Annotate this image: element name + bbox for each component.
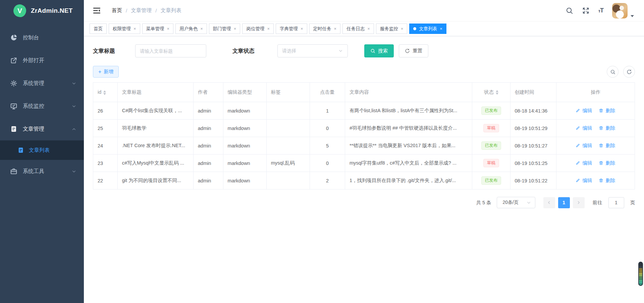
tab-item[interactable]: 任务日志×: [342, 24, 374, 34]
breadcrumb-item[interactable]: 首页: [112, 7, 122, 14]
column-header-status[interactable]: 状态: [472, 83, 510, 102]
page-size-select[interactable]: 20条/页: [497, 197, 535, 208]
cell-tags: mysql,乱码: [266, 155, 310, 172]
fullscreen-icon[interactable]: [582, 7, 590, 14]
tab-item[interactable]: 岗位管理×: [242, 24, 274, 34]
cell-status: 草稿: [472, 155, 510, 172]
close-icon[interactable]: ×: [440, 27, 442, 31]
close-icon[interactable]: ×: [367, 27, 370, 31]
font-size-icon[interactable]: тT: [598, 7, 603, 14]
table-header-row: id文章标题作者编辑器类型标签点击量文章内容状态创建时间操作: [93, 83, 635, 102]
close-icon[interactable]: ×: [234, 27, 236, 31]
edit-label: 编辑: [582, 160, 592, 166]
edit-link[interactable]: 编辑: [576, 160, 592, 166]
article-status-select[interactable]: 请选择: [277, 44, 348, 57]
prev-page-button[interactable]: [543, 197, 555, 208]
caret-up-icon[interactable]: [496, 90, 498, 92]
edit-icon: [576, 143, 581, 148]
table-body: 26C#两个list集合实现关联，...adminmarkdown1有两个lis…: [93, 102, 635, 189]
sidebar-item-label: 系统管理: [23, 80, 71, 87]
page-1-button[interactable]: 1: [558, 197, 570, 208]
close-icon[interactable]: ×: [267, 27, 270, 31]
sidebar-item-system-monitor[interactable]: 系统监控: [0, 95, 84, 118]
status-badge: 草稿: [483, 124, 499, 132]
search-button[interactable]: 搜索: [364, 44, 394, 57]
close-icon[interactable]: ×: [401, 27, 404, 31]
close-icon[interactable]: ×: [133, 27, 136, 31]
cell-content: 1，找到项目所在目录下的 .git/文件夹，进入.git/...: [345, 172, 472, 189]
edit-label: 编辑: [582, 177, 592, 184]
gear-icon: [10, 80, 17, 87]
user-avatar[interactable]: [612, 3, 628, 18]
caret-up-icon[interactable]: [103, 90, 106, 92]
sidebar-item-article-list[interactable]: 文章列表: [0, 140, 84, 160]
tab-item[interactable]: 定时任务×: [309, 24, 341, 34]
cell-id: 24: [93, 137, 118, 155]
table-row: 23c#写入Mysql中文显示乱码 ...adminmarkdownmysql,…: [93, 155, 635, 172]
tab-item[interactable]: 权限管理×: [109, 24, 140, 34]
search-icon[interactable]: [566, 7, 573, 14]
close-icon[interactable]: ×: [301, 27, 303, 31]
reset-button[interactable]: 重置: [399, 44, 428, 57]
cell-editor: markdown: [223, 172, 266, 189]
sidebar-item-external-open[interactable]: 外部打开: [0, 49, 84, 72]
edit-icon: [576, 161, 581, 166]
goto-page-input[interactable]: [608, 197, 624, 208]
edit-link[interactable]: 编辑: [576, 125, 592, 131]
sidebar-item-system-manage[interactable]: 系统管理: [0, 72, 84, 95]
table-row: 26C#两个list集合实现关联，...adminmarkdown1有两个lis…: [93, 102, 635, 120]
delete-link[interactable]: 删除: [599, 177, 615, 184]
sidebar-item-article-manage[interactable]: 文章管理: [0, 118, 84, 140]
close-icon[interactable]: ×: [334, 27, 337, 31]
caret-down-icon[interactable]: [103, 93, 106, 95]
tab-item[interactable]: 菜单管理×: [142, 24, 174, 34]
delete-link[interactable]: 删除: [599, 142, 615, 149]
caret-down-icon[interactable]: [496, 93, 498, 95]
tab-item[interactable]: 部门管理×: [209, 24, 240, 34]
pagination: 共 5 条 20条/页 1 前往: [93, 197, 635, 208]
sidebar-item-system-tools[interactable]: 系统工具: [0, 160, 84, 183]
cell-created: 08-19 10:51:27: [510, 137, 556, 155]
chevron-up-icon: [71, 127, 76, 132]
tab-active[interactable]: 文章列表×: [409, 24, 446, 34]
show-search-icon[interactable]: [607, 66, 619, 78]
edit-link[interactable]: 编辑: [576, 177, 592, 184]
column-header-id[interactable]: id: [93, 83, 118, 102]
sidebar-item-console[interactable]: 控制台: [0, 26, 84, 49]
close-icon[interactable]: ×: [167, 27, 170, 31]
tab-item[interactable]: 首页: [90, 24, 107, 34]
cell-actions: 编辑删除: [556, 137, 635, 155]
column-header-label: 创建时间: [515, 89, 534, 95]
cell-status: 草稿: [472, 120, 510, 137]
edit-icon: [576, 178, 581, 183]
article-title-input[interactable]: [135, 44, 206, 57]
active-tab-dot: [413, 27, 416, 30]
user-menu[interactable]: [612, 3, 634, 18]
sidebar: V ZrAdmin.NET 控制台外部打开系统管理系统监控文章管理文章列表系统工…: [0, 0, 84, 303]
cell-tags: [266, 137, 310, 155]
delete-link[interactable]: 删除: [599, 107, 615, 114]
delete-link[interactable]: 删除: [599, 160, 615, 166]
cell-hits: 2: [310, 172, 345, 189]
tab-label: 权限管理: [113, 26, 131, 32]
color-stripes-scrollbar-widget[interactable]: [638, 262, 643, 286]
refresh-table-icon[interactable]: [623, 66, 635, 78]
column-header-title: 文章标题: [117, 83, 193, 102]
next-page-button[interactable]: [573, 197, 585, 208]
sidebar-item-label: 系统监控: [23, 103, 71, 110]
tab-item[interactable]: 服务监控×: [376, 24, 408, 34]
edit-link[interactable]: 编辑: [576, 142, 592, 149]
delete-link[interactable]: 删除: [599, 125, 615, 131]
goto-label: 前往: [593, 200, 602, 206]
sidebar-item-label: 系统工具: [23, 168, 71, 175]
app-logo[interactable]: V ZrAdmin.NET: [0, 0, 84, 21]
article-status-label: 文章状态: [232, 47, 255, 55]
edit-icon: [576, 126, 581, 131]
tab-item[interactable]: 字典管理×: [276, 24, 307, 34]
close-icon[interactable]: ×: [200, 27, 203, 31]
sidebar-collapse-icon[interactable]: [93, 6, 101, 15]
tab-item[interactable]: 用户角色×: [175, 24, 207, 34]
add-button[interactable]: + 新增: [93, 66, 119, 78]
edit-link[interactable]: 编辑: [576, 107, 592, 114]
pagination-total: 共 5 条: [476, 200, 491, 206]
